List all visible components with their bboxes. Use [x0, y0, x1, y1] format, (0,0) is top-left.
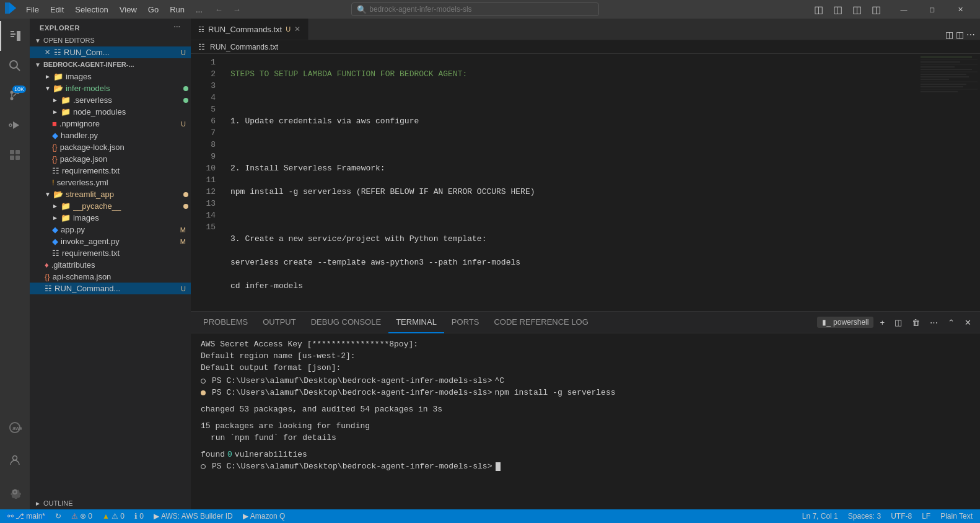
menu-run[interactable]: Run: [165, 4, 190, 15]
tab-label: RUN_Commands.txt: [208, 25, 282, 34]
folder-label: __pycache__: [73, 201, 181, 211]
add-terminal-icon[interactable]: +: [876, 317, 888, 328]
folder-node-modules[interactable]: ► 📁 node_modules: [30, 106, 191, 118]
toggle-panel-icon[interactable]: ◫: [829, 2, 846, 17]
tab-debug-console[interactable]: DEBUG CONSOLE: [304, 312, 388, 333]
search-input[interactable]: [369, 5, 593, 14]
status-bar: ⚯ ⎇ main* ↻ ⚠ ⊗ 0 ▲ ⚠ 0 ℹ 0 ▶ AWS: AWS B…: [0, 509, 980, 523]
term-text: Default region name [us-west-2]:: [201, 350, 356, 362]
file-icon: ◆: [52, 225, 58, 234]
tab-file-icon: ☷: [198, 25, 204, 33]
project-section: ▼ BEDROCK-AGENT-INFER-... ► 📁 images ▼ 📂…: [30, 58, 191, 294]
menu-file[interactable]: File: [21, 4, 44, 15]
file-requirements-streamlit[interactable]: ☷ requirements.txt: [30, 247, 191, 259]
term-line-4: PS C:\Users\alamuf\Desktop\bedrock-agent…: [201, 375, 970, 387]
nav-forward[interactable]: →: [230, 5, 243, 14]
tab-problems[interactable]: PROBLEMS: [196, 312, 255, 333]
tab-output[interactable]: OUTPUT: [255, 312, 303, 333]
customize-layout-icon[interactable]: ◫: [868, 2, 885, 17]
folder-streamlit[interactable]: ▼ 📂 streamlit_app: [30, 188, 191, 200]
menu-selection[interactable]: Selection: [70, 4, 113, 15]
nav-back[interactable]: ←: [212, 5, 225, 14]
folder-images[interactable]: ► 📁 images: [30, 71, 191, 82]
split-terminal-icon[interactable]: ◫: [891, 317, 906, 328]
file-package-json[interactable]: {} package.json: [30, 153, 191, 165]
outline-header[interactable]: ► OUTLINE: [30, 497, 191, 509]
branch-item[interactable]: ⚯ ⎇ main*: [5, 512, 48, 521]
activity-git[interactable]: 10K: [0, 81, 30, 110]
terminal-content[interactable]: AWS Secret Access Key [****************8…: [191, 333, 980, 509]
maximize-button[interactable]: ◻: [918, 0, 947, 19]
tab-code-ref[interactable]: CODE REFERENCE LOG: [486, 312, 595, 333]
amazon-q-label: Amazon Q: [250, 512, 286, 521]
project-header[interactable]: ▼ BEDROCK-AGENT-INFER-...: [30, 58, 191, 71]
folder-icon: 📁: [61, 107, 71, 116]
file-invoke-agent[interactable]: ◆ invoke_agent.py M: [30, 235, 191, 247]
menu-more[interactable]: ...: [191, 4, 208, 15]
terminal-instance[interactable]: ▮_ powershell: [817, 317, 873, 328]
position-item[interactable]: Ln 7, Col 1: [800, 512, 841, 521]
folder-pycache[interactable]: ► 📁 __pycache__: [30, 200, 191, 212]
activity-remote[interactable]: aws: [0, 413, 30, 442]
tab-run-commands[interactable]: ☷ RUN_Commands.txt U ✕: [191, 19, 308, 40]
activity-settings[interactable]: [0, 477, 30, 507]
split-editor-icon[interactable]: ◫: [945, 30, 953, 40]
menu-view[interactable]: View: [115, 4, 142, 15]
close-button[interactable]: ✕: [947, 0, 975, 19]
toggle-sidebar-icon[interactable]: ◫: [810, 2, 827, 17]
file-serverless-yml[interactable]: ! serverless.yml: [30, 177, 191, 188]
activity-extensions[interactable]: [0, 140, 30, 170]
toggle-layout-icon[interactable]: ◫: [956, 30, 964, 40]
close-panel-icon[interactable]: ✕: [961, 317, 975, 328]
sidebar-more-icon[interactable]: ⋯: [173, 24, 181, 32]
file-api-schema[interactable]: {} api-schema.json: [30, 271, 191, 283]
file-npmignore[interactable]: ■ .npmignore U: [30, 118, 191, 130]
errors-item[interactable]: ⚠ ⊗ 0: [69, 512, 95, 521]
menu-go[interactable]: Go: [143, 4, 164, 15]
maximize-panel-icon[interactable]: ⌃: [944, 317, 958, 328]
folder-infer-models[interactable]: ▼ 📂 infer-models: [30, 82, 191, 94]
kill-terminal-icon[interactable]: 🗑: [908, 317, 924, 328]
folder-images-streamlit[interactable]: ► 📁 images: [30, 212, 191, 224]
minimize-button[interactable]: —: [890, 0, 918, 19]
file-label: .gitattributes: [51, 260, 191, 270]
language-item[interactable]: Plain Text: [938, 512, 975, 521]
tab-close-icon[interactable]: ✕: [294, 25, 300, 33]
tab-ports[interactable]: PORTS: [444, 312, 487, 333]
file-app-py[interactable]: ◆ app.py M: [30, 224, 191, 235]
activity-account[interactable]: [0, 445, 30, 475]
tab-terminal[interactable]: TERMINAL: [388, 312, 444, 333]
eol-item[interactable]: LF: [919, 512, 933, 521]
file-package-lock[interactable]: {} package-lock.json: [30, 141, 191, 153]
code-text[interactable]: STEPS TO SETUP LAMBDA FUNCTION FOR BEDRO…: [221, 54, 918, 311]
activity-run[interactable]: [0, 110, 30, 140]
editor-content[interactable]: 123456789101112131415 STEPS TO SETUP LAM…: [191, 54, 980, 311]
amazon-q-item[interactable]: ▶ Amazon Q: [240, 512, 288, 521]
file-handler-py[interactable]: ◆ handler.py: [30, 130, 191, 141]
sync-icon: ↻: [55, 512, 61, 521]
open-editor-item[interactable]: ✕ ☷ RUN_Com... U: [30, 46, 191, 58]
file-run-commands[interactable]: ☷ RUN_Command... U: [30, 283, 191, 294]
warnings-item[interactable]: ▲ ⚠ 0: [100, 512, 127, 521]
file-requirements[interactable]: ☷ requirements.txt: [30, 165, 191, 177]
file-gitattributes[interactable]: ♦ .gitattributes: [30, 259, 191, 271]
warning-icon: ▲: [102, 512, 110, 521]
toggle-editor-icon[interactable]: ◫: [849, 2, 865, 17]
svg-text:aws: aws: [12, 425, 22, 431]
breadcrumb-filename[interactable]: RUN_Commands.txt: [210, 43, 278, 51]
aws-item[interactable]: ▶ AWS: AWS Builder ID: [151, 512, 235, 521]
info-item[interactable]: ℹ 0: [132, 512, 146, 521]
menu-edit[interactable]: Edit: [45, 4, 69, 15]
activity-explorer[interactable]: [0, 21, 30, 51]
open-editors-header[interactable]: ▼ OPEN EDITORS: [30, 34, 191, 46]
spaces-item[interactable]: Spaces: 3: [846, 512, 883, 521]
encoding-item[interactable]: UTF-8: [888, 512, 914, 521]
editor-more-icon[interactable]: ⋯: [966, 30, 975, 40]
search-bar[interactable]: 🔍: [351, 2, 599, 16]
close-file-icon[interactable]: ✕: [45, 48, 50, 56]
activity-search[interactable]: [0, 51, 30, 81]
folder-serverless[interactable]: ► 📁 .serverless: [30, 94, 191, 106]
sync-item[interactable]: ↻: [53, 512, 64, 521]
more-panel-icon[interactable]: ⋯: [926, 317, 942, 328]
code-line-8: 3. Create a new service/project with Pyt…: [221, 233, 918, 245]
